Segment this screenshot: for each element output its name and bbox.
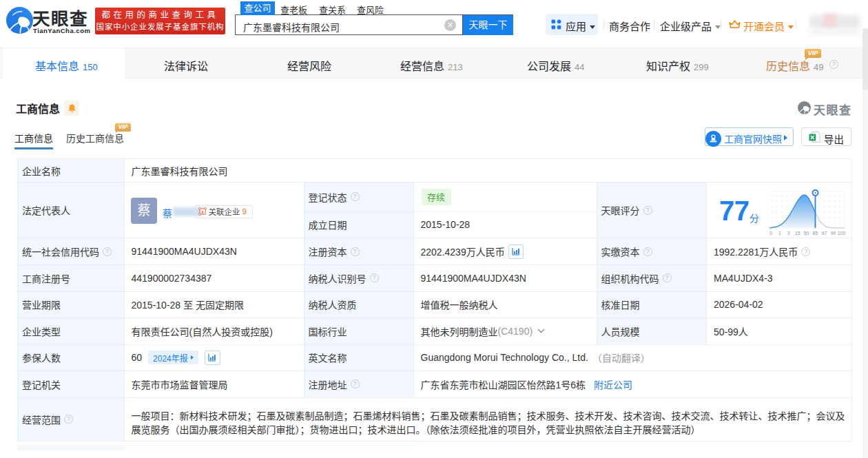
svg-text:100: 100 — [838, 231, 846, 236]
svg-text:0: 0 — [769, 231, 772, 236]
svg-text:85: 85 — [813, 231, 818, 236]
svg-text:3: 3 — [787, 231, 790, 236]
svg-text:15: 15 — [795, 231, 800, 236]
svg-text:50: 50 — [804, 231, 809, 236]
svg-text:97: 97 — [822, 231, 827, 236]
svg-text:99: 99 — [830, 231, 836, 236]
svg-text:1: 1 — [778, 231, 781, 236]
